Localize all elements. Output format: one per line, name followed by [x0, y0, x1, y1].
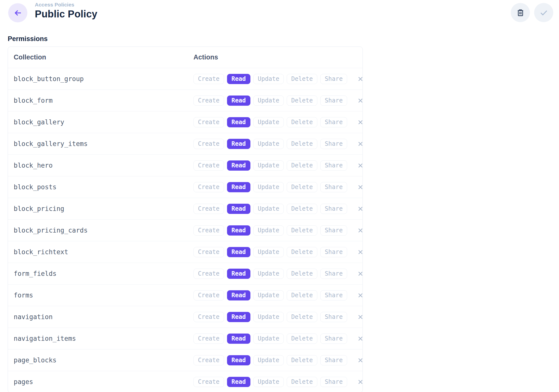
action-chip-read[interactable]: Read [227, 377, 250, 387]
action-chip-update[interactable]: Update [253, 355, 284, 365]
remove-permission-button[interactable] [357, 313, 364, 321]
action-chip-read[interactable]: Read [227, 204, 250, 214]
action-chip-read[interactable]: Read [227, 182, 250, 192]
action-chip-create[interactable]: Create [193, 290, 224, 300]
action-chip-read[interactable]: Read [227, 117, 250, 127]
action-chip-update[interactable]: Update [253, 225, 284, 236]
remove-permission-button[interactable] [357, 118, 364, 126]
action-chip-delete[interactable]: Delete [287, 269, 317, 279]
action-chip-read[interactable]: Read [227, 96, 250, 106]
action-chip-delete[interactable]: Delete [287, 117, 317, 127]
action-chip-delete[interactable]: Delete [287, 160, 317, 171]
action-chip-read[interactable]: Read [227, 334, 250, 344]
action-chip-delete[interactable]: Delete [287, 74, 317, 84]
remove-permission-button[interactable] [357, 162, 364, 169]
action-chip-update[interactable]: Update [253, 182, 284, 192]
action-chip-share[interactable]: Share [320, 96, 347, 106]
action-chip-update[interactable]: Update [253, 96, 284, 106]
action-chip-create[interactable]: Create [193, 225, 224, 236]
action-chip-update[interactable]: Update [253, 117, 284, 127]
action-chip-share[interactable]: Share [320, 269, 347, 279]
action-chip-create[interactable]: Create [193, 160, 224, 171]
action-chip-delete[interactable]: Delete [287, 204, 317, 214]
table-header-row: Collection Actions [8, 47, 363, 68]
action-chip-delete[interactable]: Delete [287, 225, 317, 236]
back-button[interactable] [8, 3, 27, 22]
delete-policy-button[interactable] [511, 3, 530, 22]
action-chip-share[interactable]: Share [320, 139, 347, 149]
action-chip-read[interactable]: Read [227, 355, 250, 365]
action-chip-share[interactable]: Share [320, 377, 347, 387]
action-chip-create[interactable]: Create [193, 334, 224, 344]
action-chip-read[interactable]: Read [227, 139, 250, 149]
action-chip-create[interactable]: Create [193, 117, 224, 127]
remove-permission-button[interactable] [357, 75, 364, 83]
action-chip-read[interactable]: Read [227, 269, 250, 279]
action-chip-delete[interactable]: Delete [287, 355, 317, 365]
remove-permission-button[interactable] [357, 227, 364, 234]
row-actions: CreateReadUpdateDeleteShare [193, 204, 363, 214]
action-chip-share[interactable]: Share [320, 204, 347, 214]
row-actions: CreateReadUpdateDeleteShare [193, 96, 363, 106]
action-chip-share[interactable]: Share [320, 74, 347, 84]
action-chip-update[interactable]: Update [253, 269, 284, 279]
action-chip-create[interactable]: Create [193, 269, 224, 279]
action-chip-read[interactable]: Read [227, 225, 250, 236]
action-chip-update[interactable]: Update [253, 290, 284, 300]
action-chip-update[interactable]: Update [253, 160, 284, 171]
action-chip-create[interactable]: Create [193, 96, 224, 106]
action-chip-share[interactable]: Share [320, 247, 347, 257]
action-chip-create[interactable]: Create [193, 247, 224, 257]
save-policy-button[interactable] [534, 3, 553, 22]
action-chip-create[interactable]: Create [193, 377, 224, 387]
remove-permission-button[interactable] [357, 205, 364, 212]
action-chip-share[interactable]: Share [320, 355, 347, 365]
action-chip-update[interactable]: Update [253, 312, 284, 322]
row-actions: CreateReadUpdateDeleteShare [193, 290, 363, 300]
remove-permission-button[interactable] [357, 356, 364, 364]
remove-permission-button[interactable] [357, 248, 364, 256]
close-icon [357, 162, 364, 169]
action-chip-delete[interactable]: Delete [287, 139, 317, 149]
action-chip-share[interactable]: Share [320, 290, 347, 300]
remove-permission-button[interactable] [357, 270, 364, 277]
action-chip-share[interactable]: Share [320, 312, 347, 322]
action-chip-delete[interactable]: Delete [287, 247, 317, 257]
action-chip-read[interactable]: Read [227, 312, 250, 322]
remove-permission-button[interactable] [357, 378, 364, 386]
remove-permission-button[interactable] [357, 140, 364, 147]
action-chip-create[interactable]: Create [193, 355, 224, 365]
remove-permission-button[interactable] [357, 183, 364, 191]
action-chip-update[interactable]: Update [253, 334, 284, 344]
action-chip-read[interactable]: Read [227, 247, 250, 257]
action-chip-create[interactable]: Create [193, 139, 224, 149]
action-chip-share[interactable]: Share [320, 117, 347, 127]
remove-permission-button[interactable] [357, 335, 364, 342]
collection-name: block_richtext [14, 248, 193, 256]
action-chip-share[interactable]: Share [320, 334, 347, 344]
action-chip-delete[interactable]: Delete [287, 312, 317, 322]
action-chip-share[interactable]: Share [320, 225, 347, 236]
action-chip-share[interactable]: Share [320, 182, 347, 192]
action-chip-create[interactable]: Create [193, 182, 224, 192]
action-chip-create[interactable]: Create [193, 74, 224, 84]
action-chip-read[interactable]: Read [227, 290, 250, 300]
action-chip-delete[interactable]: Delete [287, 96, 317, 106]
action-chip-delete[interactable]: Delete [287, 334, 317, 344]
action-chip-share[interactable]: Share [320, 160, 347, 171]
action-chip-delete[interactable]: Delete [287, 377, 317, 387]
action-chip-update[interactable]: Update [253, 377, 284, 387]
close-icon [357, 292, 364, 299]
action-chip-create[interactable]: Create [193, 204, 224, 214]
action-chip-update[interactable]: Update [253, 204, 284, 214]
action-chip-delete[interactable]: Delete [287, 182, 317, 192]
action-chip-read[interactable]: Read [227, 74, 250, 84]
action-chip-create[interactable]: Create [193, 312, 224, 322]
action-chip-update[interactable]: Update [253, 74, 284, 84]
action-chip-delete[interactable]: Delete [287, 290, 317, 300]
action-chip-read[interactable]: Read [227, 160, 250, 171]
remove-permission-button[interactable] [357, 292, 364, 299]
action-chip-update[interactable]: Update [253, 247, 284, 257]
action-chip-update[interactable]: Update [253, 139, 284, 149]
remove-permission-button[interactable] [357, 97, 364, 104]
